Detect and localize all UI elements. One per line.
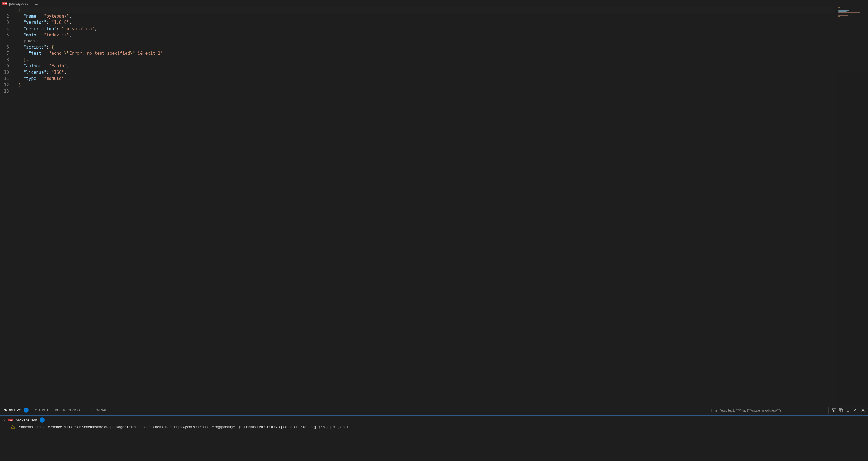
panel-actions (708, 406, 865, 414)
line-number: 11 (0, 76, 9, 82)
code-line[interactable]: "license": "ISC", (14, 69, 834, 76)
problem-message: Problems loading reference 'https://json… (18, 425, 317, 429)
line-number: 3 (0, 19, 9, 26)
line-number: 2 (0, 13, 9, 20)
chevron-right-icon: › (32, 1, 33, 6)
tab-label: OUTPUT (35, 408, 49, 412)
minimap[interactable] (837, 7, 868, 405)
line-number: 5 (0, 32, 9, 38)
bottom-panel: PROBLEMS 1 OUTPUT DEBUG CONSOLE TERMINAL (0, 405, 868, 461)
line-number: 6 (0, 44, 9, 51)
line-number: 7 (0, 50, 9, 57)
code-line[interactable]: { (14, 7, 834, 13)
code-line[interactable]: "author": "Fabio", (14, 63, 834, 69)
code-line[interactable]: "description": "curso alura", (14, 26, 834, 32)
line-number: 10 (0, 69, 9, 76)
code-line[interactable]: "main": "index.js", (14, 32, 834, 38)
svg-rect-1 (840, 409, 843, 412)
line-number: 4 (0, 26, 9, 32)
panel-tabs: PROBLEMS 1 OUTPUT DEBUG CONSOLE TERMINAL (0, 405, 868, 415)
warning-icon (11, 425, 15, 429)
collapse-all-icon[interactable] (839, 408, 843, 412)
file-problems-badge: 1 (39, 417, 44, 423)
maximize-panel-icon[interactable] (854, 408, 858, 412)
problems-file-name: package.json (16, 418, 37, 422)
line-number: 12 (0, 82, 9, 88)
code-line[interactable]: }, (14, 57, 834, 63)
tab-label: DEBUG CONSOLE (55, 408, 84, 412)
debug-codelens[interactable]: Debug (14, 38, 834, 44)
code-line[interactable]: } (14, 82, 834, 88)
problem-code: (768) (319, 425, 328, 429)
code-line[interactable]: "version": "1.0.0", (14, 19, 834, 26)
tab-debug-console[interactable]: DEBUG CONSOLE (55, 408, 84, 412)
tab-terminal[interactable]: TERMINAL (90, 408, 107, 412)
code-line[interactable]: "test": "echo \"Error: no test specified… (14, 50, 834, 57)
chevron-down-icon[interactable] (2, 418, 6, 422)
code-line[interactable]: "name": "bytebank", (14, 13, 834, 20)
code-area[interactable]: { "name": "bytebank", "version": "1.0.0"… (14, 7, 868, 405)
npm-icon: npm (2, 2, 7, 5)
line-number: 9 (0, 63, 9, 69)
svg-point-3 (12, 428, 13, 428)
problems-body: npm package.json 1 Problems loading refe… (0, 415, 868, 461)
code-line[interactable]: "scripts": { (14, 44, 834, 51)
problem-item[interactable]: Problems loading reference 'https://json… (0, 423, 868, 430)
close-panel-icon[interactable] (861, 408, 865, 412)
code-editor[interactable]: 1 2 3 4 5 6 7 8 9 10 11 12 13 { "name": … (0, 7, 868, 405)
npm-icon: npm (8, 419, 13, 422)
breadcrumb[interactable]: npm package.json › ... (0, 0, 868, 7)
problems-count-badge: 1 (24, 408, 29, 413)
breadcrumb-ellipsis[interactable]: ... (35, 1, 38, 6)
play-icon (24, 39, 27, 43)
svg-rect-0 (839, 408, 842, 411)
tab-label: TERMINAL (90, 408, 107, 412)
problems-file-row[interactable]: npm package.json 1 (0, 416, 868, 423)
filter-icon[interactable] (832, 408, 836, 412)
view-as-list-icon[interactable] (846, 408, 850, 412)
line-gutter: 1 2 3 4 5 6 7 8 9 10 11 12 13 (0, 7, 14, 405)
tab-label: PROBLEMS (3, 408, 21, 412)
breadcrumb-filename[interactable]: package.json (9, 1, 31, 6)
problem-location: [Ln 1, Col 1] (330, 425, 349, 429)
line-number: 1 (0, 7, 9, 13)
line-number: 8 (0, 57, 9, 63)
code-line[interactable] (14, 88, 834, 95)
tab-problems[interactable]: PROBLEMS 1 (3, 407, 29, 413)
code-line[interactable]: "type": "module" (14, 76, 834, 82)
codelens-label: Debug (28, 38, 39, 45)
tab-output[interactable]: OUTPUT (35, 408, 49, 412)
line-number: 13 (0, 88, 9, 95)
problems-filter-input[interactable] (708, 406, 829, 414)
